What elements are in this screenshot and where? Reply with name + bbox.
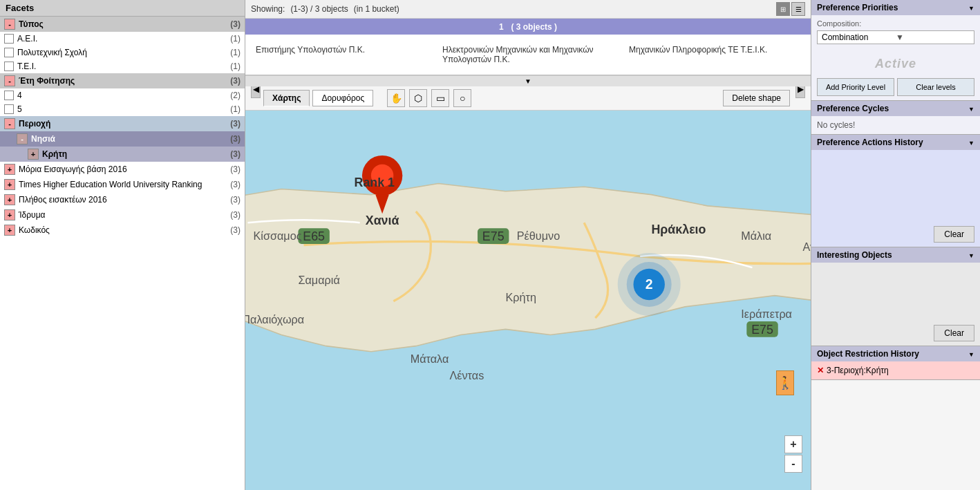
bucket-count: ( 3 objects ) — [511, 22, 557, 32]
marker-blue[interactable]: 2 — [618, 253, 681, 316]
facet-plithos-header[interactable]: + Πλήθος εισακτέων 2016 (3) — [0, 192, 245, 207]
toggle-moria[interactable]: + — [4, 164, 15, 175]
preference-priorities-header[interactable]: Preference Priorities — [811, 0, 980, 15]
city-kissamos: Κίσσαμος — [254, 229, 302, 242]
object-restriction-header[interactable]: Object Restriction History — [811, 346, 980, 361]
facet-kodikos-header[interactable]: + Κωδικός (3) — [0, 223, 245, 238]
facet-kodikos-count: (3) — [230, 225, 241, 235]
collapse-left-btn[interactable]: ◀ — [251, 86, 261, 98]
facet-group-typos: - Τύπος (3) Α.Ε.Ι. (1) Πολυτεχνική Σχολή… — [0, 17, 245, 73]
toggle-perioxi[interactable]: - — [4, 118, 15, 129]
interesting-clear-btn[interactable]: Clear — [934, 325, 974, 341]
main-topbar: Showing: (1-3) / 3 objects (in 1 bucket)… — [245, 0, 811, 19]
zoom-out-btn[interactable]: - — [784, 455, 802, 473]
active-label: Active — [817, 48, 974, 75]
toggle-times[interactable]: + — [4, 179, 15, 190]
toggle-typos[interactable]: - — [4, 19, 15, 30]
expand-icon: ▼ — [525, 77, 531, 85]
street-view-btn[interactable]: 🚶 — [776, 370, 794, 395]
rank-label: Rank 1 — [355, 176, 395, 189]
toggle-eti[interactable]: - — [4, 75, 15, 86]
checkbox-4[interactable] — [4, 91, 14, 100]
map-area: ◀ Χάρτης Δορυφόρος ✋ ⬡ ▭ ○ Delete shape … — [245, 86, 811, 490]
facet-typos-header[interactable]: - Τύπος (3) — [0, 17, 245, 32]
preference-priorities-title: Preference Priorities — [817, 3, 898, 12]
facet-idryma-header[interactable]: + Ίδρυμα (3) — [0, 207, 245, 223]
city-agios-nikolaos: Αγ. Νικόλαος — [802, 241, 811, 253]
road-label-E75a: E75 — [482, 229, 505, 243]
map-tools: ✋ ⬡ ▭ ○ — [387, 89, 471, 107]
facet-kriti-header[interactable]: + Κρήτη (3) — [0, 147, 245, 162]
circle-tool-btn[interactable]: ○ — [453, 89, 471, 107]
tab-satellite[interactable]: Δορυφόρος — [312, 90, 373, 106]
lasso-tool-btn[interactable]: ⬡ — [409, 89, 427, 107]
facet-group-kodikos: + Κωδικός (3) — [0, 223, 245, 238]
restriction-remove-btn[interactable]: ✕ — [817, 366, 824, 375]
object-restriction-title: Object Restriction History — [817, 349, 919, 359]
hand-tool-btn[interactable]: ✋ — [387, 89, 405, 107]
road-label-E65: E65 — [303, 229, 325, 243]
facet-nisia-header[interactable]: - Νησιά (3) — [0, 131, 245, 147]
interesting-objects-title: Interesting Objects — [817, 250, 892, 260]
io-chevron-icon — [968, 250, 974, 260]
interesting-objects-header[interactable]: Interesting Objects — [811, 247, 980, 263]
toggle-kodikos[interactable]: + — [4, 225, 15, 236]
map-zoom-controls: 🚶 + - — [784, 435, 802, 473]
preference-actions-header[interactable]: Preference Actions History — [811, 135, 980, 150]
preference-cycles-header[interactable]: Preference Cycles — [811, 101, 980, 116]
actions-clear-btn[interactable]: Clear — [934, 226, 974, 243]
map-toolbar: ◀ Χάρτης Δορυφόρος ✋ ⬡ ▭ ○ Delete shape … — [245, 86, 811, 111]
facet-4[interactable]: 4 (2) — [0, 88, 245, 102]
city-lentas: Λένταs — [449, 369, 484, 381]
facet-moria-header[interactable]: + Μόρια Εισαγωγής βάση 2016 (3) — [0, 162, 245, 177]
checkbox-5[interactable] — [4, 104, 14, 114]
restriction-item-label: 3-Περιοχή:Κρήτη — [827, 366, 889, 375]
combination-dropdown[interactable]: Combination ▼ — [817, 30, 974, 44]
facet-moria-label: Μόρια Εισαγωγής βάση 2016 — [19, 164, 227, 174]
facet-perioxi-header[interactable]: - Περιοχή (3) — [0, 116, 245, 131]
interesting-objects-section: Interesting Objects Clear — [811, 247, 980, 346]
toggle-idryma[interactable]: + — [4, 209, 15, 220]
facet-polytechniki-count: (1) — [230, 48, 241, 57]
facets-header: Facets — [0, 0, 245, 17]
facet-aei[interactable]: Α.Ε.Ι. (1) — [0, 32, 245, 46]
city-irakleio: Ηράκλειο — [651, 223, 706, 236]
delete-shape-btn[interactable]: Delete shape — [723, 90, 790, 106]
facet-polytechniki-label: Πολυτεχνική Σχολή — [17, 48, 227, 57]
tab-map[interactable]: Χάρτης — [263, 90, 310, 106]
zoom-in-btn[interactable]: + — [784, 435, 802, 453]
object-restriction-section: Object Restriction History ✕ 3-Περιοχή:Κ… — [811, 346, 980, 380]
toggle-nisia[interactable]: - — [17, 133, 28, 144]
facet-perioxi-count: (3) — [230, 119, 241, 129]
city-rethymno: Ρέθυμνο — [517, 229, 560, 242]
facet-5-label: 5 — [17, 104, 227, 114]
clear-levels-btn[interactable]: Clear levels — [897, 78, 974, 96]
showing-bucket: (in 1 bucket) — [354, 4, 399, 14]
facet-eti-header[interactable]: - Έτη Φοίτησης (3) — [0, 73, 245, 88]
preference-cycles-section: Preference Cycles No cycles! — [811, 101, 980, 135]
list-view-btn[interactable]: ☰ — [791, 2, 805, 16]
grid-view-btn[interactable]: ⊞ — [776, 2, 790, 16]
checkbox-aei[interactable] — [4, 34, 14, 44]
facet-moria-count: (3) — [230, 164, 241, 174]
view-toggle: ⊞ ☰ — [776, 2, 805, 16]
facet-times-header[interactable]: + Times Higher Education World Universit… — [0, 177, 245, 192]
facet-polytechniki[interactable]: Πολυτεχνική Σχολή (1) — [0, 46, 245, 59]
facet-kriti-label: Κρήτη — [42, 149, 227, 159]
expand-arrow[interactable]: ▼ — [245, 75, 811, 86]
checkbox-tei[interactable] — [4, 62, 14, 71]
rect-tool-btn[interactable]: ▭ — [431, 89, 449, 107]
facet-group-plithos: + Πλήθος εισακτέων 2016 (3) — [0, 192, 245, 207]
interesting-content: Clear — [811, 263, 980, 346]
showing-label: Showing: — [251, 4, 285, 14]
add-priority-btn[interactable]: Add Priority Level — [817, 78, 894, 96]
checkbox-polytechniki[interactable] — [4, 48, 14, 57]
toggle-kriti[interactable]: + — [28, 149, 39, 160]
collapse-right-btn[interactable]: ▶ — [795, 86, 805, 98]
facet-tei[interactable]: Τ.Ε.Ι. (1) — [0, 59, 245, 73]
facet-5[interactable]: 5 (1) — [0, 102, 245, 116]
facet-group-idryma: + Ίδρυμα (3) — [0, 207, 245, 223]
map-container[interactable]: E65 E75 E75 Κίσσαμος Σαμαριά Παλαιόχωρα … — [245, 111, 811, 490]
facet-aei-label: Α.Ε.Ι. — [17, 34, 227, 44]
toggle-plithos[interactable]: + — [4, 194, 15, 205]
